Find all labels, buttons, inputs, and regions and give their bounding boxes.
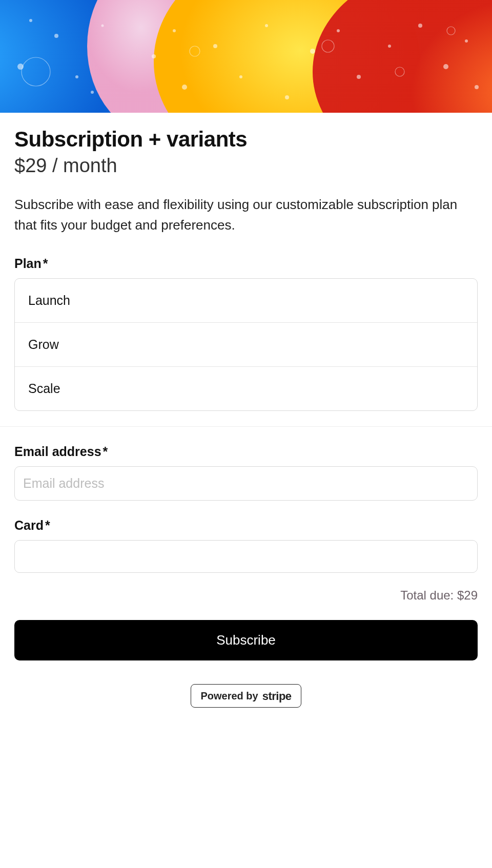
description-text: Subscribe with ease and flexibility usin… [14, 194, 478, 236]
svg-point-24 [465, 39, 468, 43]
price-text: $29 / month [14, 155, 478, 177]
svg-point-6 [54, 34, 58, 38]
plan-option-launch[interactable]: Launch [15, 279, 477, 323]
svg-point-21 [388, 45, 391, 48]
svg-point-19 [337, 29, 340, 32]
svg-point-20 [357, 75, 361, 79]
plan-option-grow[interactable]: Grow [15, 323, 477, 367]
svg-point-12 [173, 29, 176, 32]
hero-image [0, 0, 492, 113]
powered-by-stripe-badge[interactable]: Powered by stripe [191, 684, 301, 708]
email-input[interactable] [14, 466, 478, 501]
svg-point-5 [29, 19, 32, 22]
card-label: Card* [14, 518, 478, 533]
svg-point-25 [475, 85, 479, 89]
powered-by-text: Powered by [200, 690, 258, 702]
subscribe-button[interactable]: Subscribe [14, 620, 478, 660]
svg-point-17 [285, 95, 289, 99]
svg-point-13 [182, 85, 187, 90]
plan-options: Launch Grow Scale [14, 278, 478, 411]
svg-point-23 [443, 64, 448, 69]
plan-label: Plan* [14, 256, 478, 271]
svg-point-15 [239, 75, 242, 78]
plan-option-scale[interactable]: Scale [15, 367, 477, 410]
svg-point-10 [91, 91, 94, 94]
svg-point-8 [75, 75, 78, 78]
section-divider [0, 426, 492, 427]
svg-point-4 [313, 0, 492, 113]
card-input[interactable] [14, 540, 478, 573]
svg-point-11 [152, 54, 156, 58]
email-label: Email address* [14, 444, 478, 459]
svg-point-9 [101, 25, 104, 27]
stripe-logo: stripe [262, 690, 292, 703]
svg-point-16 [265, 24, 268, 27]
total-due: Total due: $29 [14, 588, 478, 603]
svg-point-18 [310, 49, 315, 54]
page-title: Subscription + variants [14, 127, 478, 152]
svg-point-14 [213, 44, 217, 48]
svg-point-22 [418, 24, 422, 28]
